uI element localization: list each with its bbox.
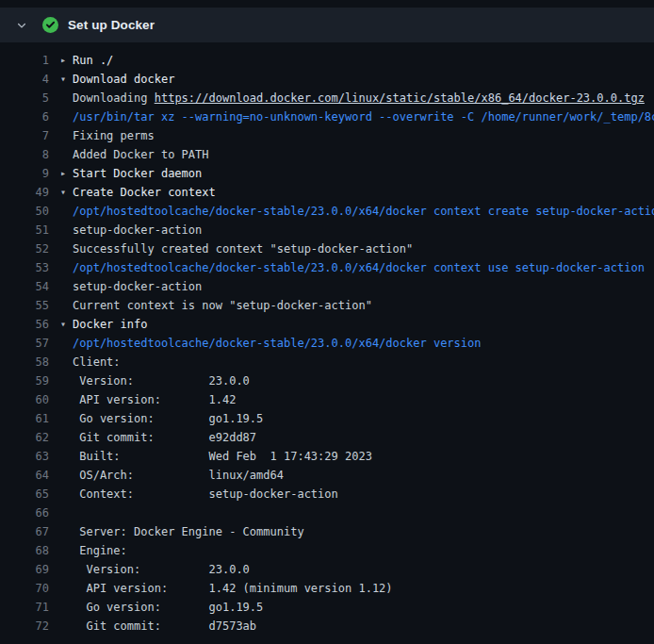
marker-spacer	[60, 485, 73, 504]
marker-spacer	[60, 353, 73, 372]
log-text: Added Docker to PATH	[73, 145, 209, 164]
line-number[interactable]: 65	[0, 485, 49, 504]
triangle-down-icon[interactable]: ▾	[60, 315, 73, 334]
line-number[interactable]: 71	[0, 598, 49, 617]
marker-spacer	[60, 202, 73, 221]
marker-spacer	[60, 579, 73, 598]
log-line: 52Successfully created context "setup-do…	[0, 239, 654, 258]
log-segment: Version: 23.0.0	[73, 563, 250, 576]
log-segment: setup-docker-action	[73, 223, 202, 237]
line-number[interactable]: 68	[0, 541, 49, 560]
log-segment: Git commit: d7573ab	[73, 619, 256, 633]
line-number[interactable]: 7	[0, 126, 49, 145]
line-number[interactable]: 59	[0, 372, 49, 390]
line-number[interactable]: 9	[0, 164, 49, 183]
line-number[interactable]: 55	[0, 296, 49, 315]
log-text: Go version: go1.19.5	[73, 598, 263, 617]
log-segment: Context: setup-docker-action	[73, 487, 338, 501]
log-line: 55Current context is now "setup-docker-a…	[0, 296, 654, 315]
line-number[interactable]: 54	[0, 277, 49, 296]
line-number[interactable]: 57	[0, 334, 49, 353]
line-number[interactable]: 50	[0, 202, 49, 221]
log-line: 61 Go version: go1.19.5	[0, 409, 654, 428]
log-line: 53/opt/hostedtoolcache/docker-stable/23.…	[0, 258, 654, 277]
log-line: 71 Go version: go1.19.5	[0, 598, 654, 617]
log-line: 50/opt/hostedtoolcache/docker-stable/23.…	[0, 202, 654, 221]
log-line: 49▾Create Docker context	[0, 183, 654, 202]
line-number[interactable]: 69	[0, 560, 49, 579]
log-line: 60 API version: 1.42	[0, 390, 654, 409]
log-link[interactable]: https://download.docker.com/linux/static…	[155, 91, 645, 105]
marker-spacer	[60, 239, 73, 258]
line-number[interactable]: 1	[0, 51, 49, 70]
log-segment: Download docker	[73, 73, 174, 86]
log-segment: /opt/hostedtoolcache/docker-stable/23.0.…	[73, 337, 481, 350]
triangle-down-icon[interactable]: ▾	[60, 70, 73, 89]
log-segment: API version: 1.42	[73, 393, 236, 406]
marker-spacer	[60, 598, 73, 617]
log-segment: Current context is now "setup-docker-act…	[73, 299, 372, 312]
log-line: 69 Version: 23.0.0	[0, 560, 654, 579]
log-text: Context: setup-docker-action	[73, 485, 338, 504]
marker-spacer	[60, 221, 73, 239]
log-segment: Server: Docker Engine - Community	[73, 525, 304, 538]
check-circle-icon	[41, 17, 58, 34]
line-number[interactable]: 52	[0, 239, 49, 258]
log-segment: Fixing perms	[73, 129, 155, 142]
log-segment: Successfully created context "setup-dock…	[73, 242, 413, 256]
line-number[interactable]: 58	[0, 353, 49, 372]
line-number[interactable]: 67	[0, 522, 49, 541]
actions-log-page: Set up Docker 1▸Run ./4▾Download docker5…	[0, 8, 654, 644]
log-line: 70 API version: 1.42 (minimum version 1.…	[0, 579, 654, 598]
step-title: Set up Docker	[68, 18, 155, 32]
line-number[interactable]: 5	[0, 89, 49, 107]
marker-spacer	[60, 334, 73, 353]
line-number[interactable]: 72	[0, 617, 49, 636]
log-line: 9▸Start Docker daemon	[0, 164, 654, 183]
line-number[interactable]: 62	[0, 428, 49, 447]
triangle-right-icon[interactable]: ▸	[60, 51, 73, 70]
log-segment: OS/Arch: linux/amd64	[73, 469, 284, 482]
marker-spacer	[60, 89, 73, 107]
step-header[interactable]: Set up Docker	[0, 8, 654, 42]
triangle-right-icon[interactable]: ▸	[60, 164, 73, 183]
marker-spacer	[60, 107, 73, 126]
log-text: Successfully created context "setup-dock…	[73, 239, 413, 258]
chevron-down-icon[interactable]	[13, 17, 30, 34]
marker-spacer	[60, 522, 73, 541]
log-line: 8Added Docker to PATH	[0, 145, 654, 164]
log-text: setup-docker-action	[73, 277, 202, 296]
line-number[interactable]: 64	[0, 466, 49, 485]
marker-spacer	[60, 390, 73, 409]
marker-spacer	[60, 258, 73, 277]
line-number[interactable]: 4	[0, 70, 49, 89]
line-number[interactable]: 60	[0, 390, 49, 409]
log-segment: Version: 23.0.0	[73, 374, 250, 388]
log-line: 51setup-docker-action	[0, 221, 654, 239]
line-number[interactable]: 51	[0, 221, 49, 239]
triangle-down-icon[interactable]: ▾	[60, 183, 73, 202]
log-text: Create Docker context	[73, 183, 216, 202]
line-number[interactable]: 49	[0, 183, 49, 202]
line-number[interactable]: 70	[0, 579, 49, 598]
log-segment: API version: 1.42 (minimum version 1.12)	[73, 582, 393, 595]
marker-spacer	[60, 409, 73, 428]
log-line: 5Downloading https://download.docker.com…	[0, 89, 654, 107]
line-number[interactable]: 61	[0, 409, 49, 428]
line-number[interactable]: 6	[0, 107, 49, 126]
line-number[interactable]: 56	[0, 315, 49, 334]
line-number[interactable]: 8	[0, 145, 49, 164]
log-line: 7Fixing perms	[0, 126, 654, 145]
line-number[interactable]: 66	[0, 504, 49, 522]
log-text: Version: 23.0.0	[73, 560, 250, 579]
log-segment: Docker info	[73, 318, 147, 331]
line-number[interactable]: 63	[0, 447, 49, 466]
log-line: 63 Built: Wed Feb 1 17:43:29 2023	[0, 447, 654, 466]
log-text: Git commit: e92dd87	[73, 428, 256, 447]
marker-spacer	[60, 504, 73, 522]
line-number[interactable]: 53	[0, 258, 49, 277]
log-line: 59 Version: 23.0.0	[0, 372, 654, 390]
marker-spacer	[60, 145, 73, 164]
log-text: Server: Docker Engine - Community	[73, 522, 304, 541]
log-line: 57/opt/hostedtoolcache/docker-stable/23.…	[0, 334, 654, 353]
